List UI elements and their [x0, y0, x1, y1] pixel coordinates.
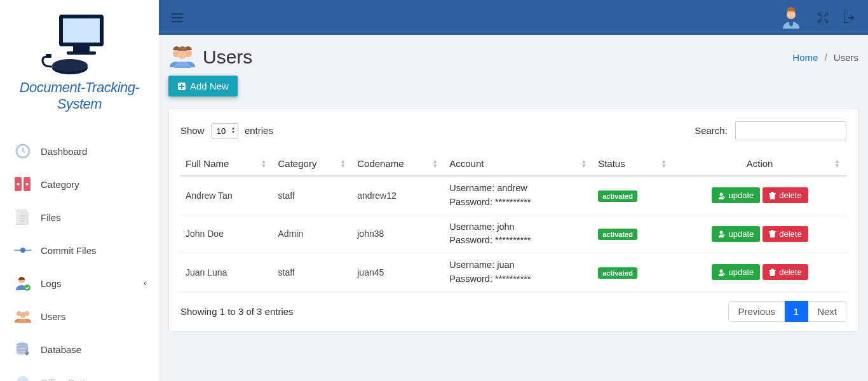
- svg-point-25: [178, 50, 187, 59]
- col-account[interactable]: Account▲▼: [444, 152, 593, 176]
- sidebar-item-label: Users: [41, 311, 65, 322]
- add-new-button[interactable]: Add New: [168, 76, 238, 97]
- users-icon: [14, 307, 32, 325]
- fullscreen-icon[interactable]: [818, 13, 828, 23]
- user-avatar[interactable]: [780, 7, 802, 29]
- users-table-card: Show 10 ▴▾ entries Search:: [168, 108, 858, 331]
- user-edit-icon: [718, 269, 726, 276]
- sidebar-item-label: Database: [41, 344, 81, 355]
- content: Users Home / Users Add New Show 10: [159, 35, 868, 381]
- password-label: Password:: [449, 274, 492, 284]
- update-label: update: [729, 190, 754, 200]
- col-codename[interactable]: Codename▲▼: [352, 152, 444, 176]
- username-label: Username:: [449, 183, 494, 193]
- category-icon: [14, 175, 32, 193]
- sidebar-item-files[interactable]: Files: [0, 201, 159, 234]
- cell-status: activated: [593, 176, 673, 215]
- cell-category: Admin: [273, 215, 353, 253]
- svg-point-29: [719, 231, 722, 234]
- password-label: Password:: [449, 197, 492, 207]
- page-next-button[interactable]: Next: [808, 301, 846, 322]
- svg-point-15: [24, 284, 31, 291]
- breadcrumb: Home / Users: [792, 52, 858, 63]
- col-status[interactable]: Status▲▼: [593, 152, 673, 176]
- sort-icon: ▲▼: [432, 159, 438, 168]
- delete-label: delete: [779, 229, 801, 239]
- svg-rect-1: [63, 18, 100, 43]
- sidebar-item-logs[interactable]: Logs ‹: [0, 267, 159, 300]
- app-logo-icon: [35, 10, 124, 79]
- update-button[interactable]: update: [712, 226, 761, 242]
- cell-action: update delete: [673, 176, 846, 215]
- sidebar-nav: Dashboard Category Files Commit Files Lo…: [0, 125, 159, 381]
- update-button[interactable]: update: [712, 187, 761, 203]
- length-select[interactable]: 10: [211, 123, 238, 139]
- sidebar-item-label: Office Settings: [41, 377, 102, 382]
- status-badge: activated: [598, 190, 637, 202]
- database-icon: [14, 340, 32, 358]
- trash-icon: [769, 269, 776, 276]
- svg-point-28: [719, 192, 722, 196]
- page-prev-button[interactable]: Previous: [728, 301, 784, 322]
- sidebar-item-database[interactable]: Database: [0, 333, 159, 366]
- user-check-icon: [14, 274, 32, 292]
- menu-toggle-icon[interactable]: [172, 13, 183, 22]
- delete-button[interactable]: delete: [763, 226, 808, 242]
- password-value: **********: [495, 197, 531, 207]
- chevron-left-icon: ‹: [144, 279, 146, 288]
- delete-button[interactable]: delete: [763, 264, 808, 280]
- breadcrumb-separator: /: [824, 52, 827, 63]
- page-number-button[interactable]: 1: [785, 301, 808, 322]
- delete-label: delete: [779, 190, 801, 200]
- sidebar-item-commit-files[interactable]: Commit Files: [0, 234, 159, 267]
- sidebar: Document-Tracking-System Dashboard Categ…: [0, 0, 159, 381]
- length-label-pre: Show: [180, 125, 205, 136]
- col-full-name[interactable]: Full Name▲▼: [180, 152, 273, 176]
- trash-icon: [769, 230, 776, 237]
- sidebar-item-users[interactable]: Users: [0, 300, 159, 333]
- svg-point-21: [17, 376, 29, 381]
- sort-icon: ▲▼: [834, 159, 840, 168]
- col-action[interactable]: Action▲▼: [673, 152, 846, 176]
- page-title: Users: [203, 46, 252, 68]
- svg-point-5: [52, 59, 88, 72]
- search-input[interactable]: [735, 121, 846, 140]
- col-category[interactable]: Category▲▼: [273, 152, 353, 176]
- logout-icon[interactable]: [844, 13, 855, 23]
- users-group-icon: [168, 46, 196, 68]
- length-label-post: entries: [245, 125, 273, 136]
- cell-account: Username: johnPassword: **********: [444, 215, 593, 253]
- sidebar-item-label: Files: [41, 212, 61, 223]
- table-row: Juan Lunastaffjuan45Username: juanPasswo…: [180, 253, 846, 292]
- username-label: Username:: [449, 260, 494, 270]
- breadcrumb-home[interactable]: Home: [792, 52, 818, 63]
- commit-icon: [14, 241, 32, 259]
- sidebar-item-dashboard[interactable]: Dashboard: [0, 135, 159, 168]
- sidebar-item-office-settings[interactable]: Office Settings: [0, 366, 159, 381]
- cell-full-name: John Doe: [180, 215, 273, 253]
- sort-icon: ▲▼: [340, 159, 346, 168]
- username-value: john: [497, 222, 514, 232]
- plus-icon: [177, 82, 186, 91]
- sidebar-item-category[interactable]: Category: [0, 168, 159, 201]
- sidebar-item-label: Category: [41, 179, 79, 190]
- password-value: **********: [495, 235, 531, 245]
- clock-icon: [14, 142, 32, 160]
- cell-category: staff: [273, 253, 353, 292]
- update-button[interactable]: update: [712, 264, 761, 280]
- table-row: Andrew Tanstaffandrew12Username: andrewP…: [180, 176, 846, 215]
- svg-point-13: [20, 248, 25, 253]
- update-label: update: [729, 267, 754, 277]
- sort-icon: ▲▼: [581, 159, 587, 168]
- sidebar-item-label: Logs: [41, 278, 62, 289]
- sort-icon: ▲▼: [661, 159, 667, 168]
- delete-button[interactable]: delete: [763, 187, 808, 203]
- svg-point-30: [719, 269, 722, 272]
- search-label: Search:: [695, 125, 728, 136]
- cell-codename: andrew12: [352, 176, 444, 215]
- topbar: [159, 0, 868, 35]
- cell-full-name: Juan Luna: [180, 253, 273, 292]
- password-value: **********: [495, 274, 531, 284]
- breadcrumb-current: Users: [834, 52, 858, 63]
- svg-rect-6: [46, 54, 51, 58]
